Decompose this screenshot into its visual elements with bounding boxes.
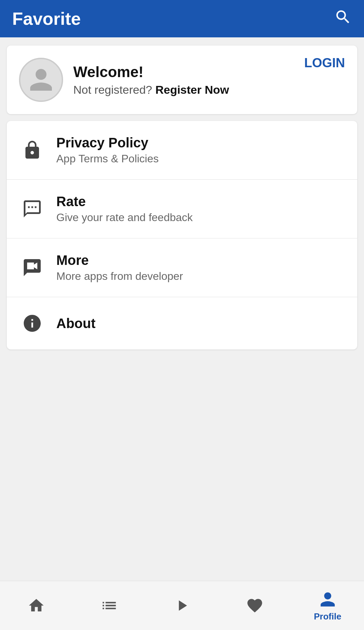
login-button[interactable]: LOGIN (304, 56, 345, 70)
play-icon (172, 596, 192, 615)
more-text: More More apps from developer (56, 253, 183, 283)
bottom-nav: Profile (0, 581, 364, 630)
rate-text: Rate Give your rate and feedback (56, 194, 193, 224)
avatar (19, 58, 63, 102)
home-icon (26, 596, 46, 615)
nav-item-home[interactable] (0, 596, 73, 615)
page-title: Favorite (12, 8, 81, 29)
privacy-policy-subtitle: App Terms & Policies (56, 152, 159, 165)
nav-item-play[interactable] (146, 596, 218, 615)
profile-icon (318, 590, 338, 609)
about-title: About (56, 316, 96, 331)
rate-subtitle: Give your rate and feedback (56, 211, 193, 224)
header: Favorite (0, 0, 364, 37)
nav-item-list[interactable] (73, 596, 146, 615)
menu-item-privacy[interactable]: Privacy Policy App Terms & Policies (7, 121, 357, 180)
list-icon (99, 596, 119, 615)
profile-label: Profile (314, 611, 341, 622)
main-content: Welcome! Not registered? Register Now LO… (0, 37, 364, 581)
more-subtitle: More apps from developer (56, 270, 183, 283)
rate-icon (20, 197, 44, 221)
register-text: Not registered? Register Now (73, 83, 345, 96)
menu-item-about[interactable]: About (7, 297, 357, 349)
register-prompt: Not registered? (73, 83, 152, 96)
user-card: Welcome! Not registered? Register Now LO… (7, 46, 357, 114)
register-link[interactable]: Register Now (155, 83, 229, 96)
more-icon (20, 256, 44, 280)
menu-item-more[interactable]: More More apps from developer (7, 238, 357, 297)
menu-card: Privacy Policy App Terms & Policies Rate… (7, 121, 357, 349)
privacy-policy-text: Privacy Policy App Terms & Policies (56, 135, 159, 165)
lock-icon (20, 138, 44, 162)
search-icon[interactable] (334, 8, 352, 30)
privacy-policy-title: Privacy Policy (56, 135, 159, 150)
about-text: About (56, 316, 96, 331)
nav-item-profile[interactable]: Profile (291, 590, 364, 622)
menu-item-rate[interactable]: Rate Give your rate and feedback (7, 180, 357, 238)
nav-item-favorites[interactable] (218, 596, 291, 615)
more-title: More (56, 253, 183, 268)
heart-icon (245, 596, 265, 615)
info-icon (20, 311, 44, 335)
rate-title: Rate (56, 194, 193, 209)
